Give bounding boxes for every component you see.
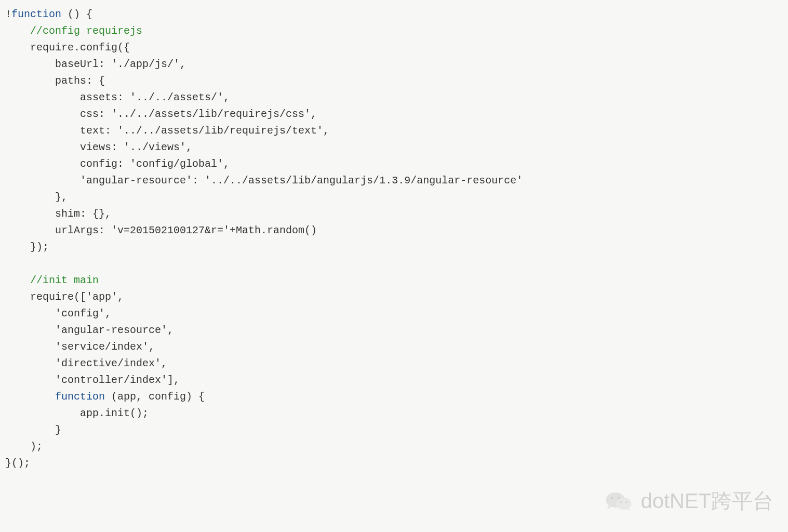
code-token: 'angular-resource', — [55, 324, 173, 336]
watermark: dotNET跨平台 — [604, 484, 773, 517]
code-line: 'angular-resource', — [5, 324, 173, 336]
code-line: }(); — [5, 457, 30, 469]
code-token: } — [55, 424, 61, 436]
code-line: //init main — [5, 274, 99, 286]
svg-point-1 — [617, 498, 632, 510]
code-line: require(['app', — [5, 291, 124, 303]
svg-point-5 — [626, 501, 627, 503]
code-line: 'service/index', — [5, 341, 155, 353]
code-token: app.init(); — [80, 407, 149, 419]
code-token: 'controller/index'], — [55, 374, 180, 386]
code-line: app.init(); — [5, 407, 149, 419]
code-line: shim: {}, — [5, 208, 111, 220]
code-line: baseUrl: './app/js/', — [5, 58, 186, 70]
code-line: urlArgs: 'v=201502100127&r='+Math.random… — [5, 224, 317, 236]
code-token: function — [11, 8, 61, 20]
code-token: baseUrl: './app/js/', — [55, 58, 186, 70]
code-line: paths: { — [5, 75, 105, 87]
code-token: 'directive/index', — [55, 357, 167, 369]
code-token: config: 'config/global', — [80, 158, 230, 170]
code-token: ); — [30, 441, 43, 453]
code-token: text: '../../assets/lib/requirejs/text', — [80, 125, 329, 137]
code-token: () { — [61, 8, 92, 20]
code-token: shim: {}, — [55, 208, 111, 220]
code-line: require.config({ — [5, 42, 130, 54]
wechat-icon — [604, 486, 634, 516]
code-token: ! — [5, 8, 11, 20]
code-token: assets: '../../assets/', — [80, 91, 230, 103]
code-line: assets: '../../assets/', — [5, 91, 230, 103]
code-token: }, — [55, 191, 68, 203]
code-line: }); — [5, 241, 49, 253]
code-token: paths: { — [55, 75, 105, 87]
code-token: require.config({ — [30, 42, 130, 54]
svg-point-3 — [618, 497, 620, 499]
code-line: views: '../views', — [5, 141, 192, 153]
code-line: //config requirejs — [5, 25, 142, 37]
code-line: text: '../../assets/lib/requirejs/text', — [5, 125, 329, 137]
code-line: } — [5, 424, 61, 436]
code-token: 'service/index', — [55, 341, 155, 353]
code-token: require(['app', — [30, 291, 124, 303]
code-line: 'controller/index'], — [5, 374, 180, 386]
svg-point-4 — [620, 501, 622, 503]
code-line: 'angular-resource': '../../assets/lib/an… — [5, 175, 523, 187]
code-line: css: '../../assets/lib/requirejs/css', — [5, 108, 317, 120]
code-token: //init main — [30, 274, 99, 286]
code-line: config: 'config/global', — [5, 158, 230, 170]
svg-point-2 — [611, 497, 613, 499]
code-token: urlArgs: 'v=201502100127&r='+Math.random… — [55, 224, 317, 236]
svg-point-0 — [606, 493, 625, 508]
code-token: css: '../../assets/lib/requirejs/css', — [80, 108, 317, 120]
code-token: function — [55, 391, 105, 403]
code-token: views: '../views', — [80, 141, 192, 153]
code-token: //config requirejs — [30, 25, 142, 37]
code-token: 'angular-resource': '../../assets/lib/an… — [80, 175, 523, 187]
code-line: !function () { — [5, 8, 92, 20]
code-line: }, — [5, 191, 68, 203]
code-token: }); — [30, 241, 49, 253]
code-line: 'config', — [5, 308, 111, 320]
code-token: }(); — [5, 457, 30, 469]
code-token: 'config', — [55, 308, 111, 320]
watermark-text: dotNET跨平台 — [640, 484, 773, 517]
code-token: (app, config) { — [105, 391, 205, 403]
code-line: function (app, config) { — [5, 391, 205, 403]
code-block: !function () { //config requirejs requir… — [5, 6, 783, 472]
code-line: ); — [5, 441, 43, 453]
code-line: 'directive/index', — [5, 357, 167, 369]
